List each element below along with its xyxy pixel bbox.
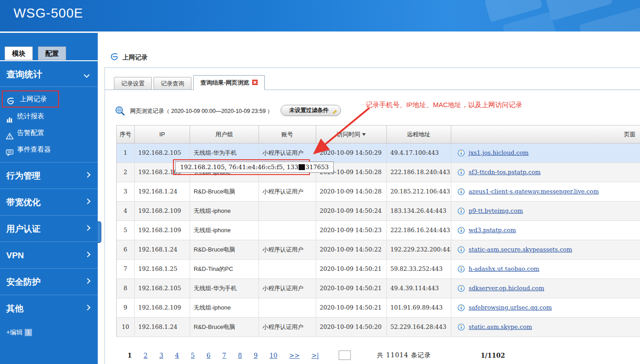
table-row[interactable]: 5192.168.2.109无线组-iphone2020-10-09 14:50… bbox=[117, 221, 640, 240]
page-link[interactable]: static-asm.secure.skypeassets.com bbox=[469, 240, 572, 259]
cell-ip: 192.168.2.109 bbox=[135, 202, 190, 221]
pagination-link-4[interactable]: 4 bbox=[175, 352, 179, 359]
sidebar-item-internet-records[interactable]: 上网记录 bbox=[2, 90, 59, 108]
cell-group: 无线组-华为手机 bbox=[190, 279, 259, 298]
pagination-link-5[interactable]: 5 bbox=[191, 352, 195, 359]
cell-time: 2020-10-09 14:50:23 bbox=[316, 221, 387, 240]
main-content: 上网记录 记录设置 记录查询 查询结果-网页浏览 网页浏览记录（ 2020-10… bbox=[98, 31, 640, 364]
page-link[interactable]: jxs1.jos.hicloud.com bbox=[469, 144, 529, 162]
pagination: 1 2345678910>>>| 共 11014 条记录 1/1102 bbox=[127, 351, 505, 360]
cell-page: azeus1-client-s.gateway.messenger.live.c… bbox=[451, 182, 640, 202]
info-icon[interactable] bbox=[458, 169, 465, 176]
table-row[interactable]: 4192.168.2.109无线组-iphone2020-10-09 14:50… bbox=[117, 202, 640, 221]
cell-no: 3 bbox=[117, 182, 135, 202]
tab-record-settings[interactable]: 记录设置 bbox=[114, 77, 152, 90]
pagination-link-10[interactable]: 10 bbox=[269, 352, 277, 359]
cell-remote: 183.134.26.44:443 bbox=[387, 202, 451, 221]
table-row[interactable]: 3192.168.1.24R&D-Bruce电脑小程序认证用户2020-10-0… bbox=[117, 182, 640, 202]
cell-time: 2020-10-09 14:50:20 bbox=[316, 318, 387, 337]
column-header-account[interactable]: 账号 bbox=[259, 126, 316, 144]
column-header-remote[interactable]: 远程地址 bbox=[387, 126, 451, 144]
sidebar-group-label: 安全防护 bbox=[6, 277, 41, 287]
cell-account: 小程序认证用户 bbox=[259, 144, 316, 163]
cell-ip: 192.168.1.24 bbox=[135, 182, 190, 202]
sidebar-group-security[interactable]: 安全防护 bbox=[0, 268, 98, 295]
cell-time: 2020-10-09 14:50:29 bbox=[316, 144, 387, 163]
pagination-link-7[interactable]: 7 bbox=[222, 352, 226, 359]
sidebar-group-user-auth[interactable]: 用户认证 bbox=[0, 215, 98, 242]
page-link[interactable]: wd3.pstatp.com bbox=[469, 221, 516, 240]
table-row[interactable]: 8192.168.2.105无线组-华为手机小程序认证用户2020-10-09 … bbox=[117, 279, 640, 298]
column-header-ip[interactable]: IP bbox=[135, 126, 190, 144]
tab-query-results[interactable]: 查询结果-网页浏览 bbox=[193, 75, 265, 90]
sidebar-item-event-viewer[interactable]: 事件查看器 bbox=[0, 141, 98, 157]
cell-page: p9-tt.byteimg.com bbox=[451, 202, 640, 221]
cell-no: 8 bbox=[117, 279, 135, 298]
sidebar-edit[interactable]: +编辑1 bbox=[6, 328, 98, 337]
pagination-link-3[interactable]: 3 bbox=[159, 352, 163, 359]
page-link[interactable]: azeus1-client-s.gateway.messenger.live.c… bbox=[469, 182, 599, 201]
pagination-link->>[interactable]: >> bbox=[289, 352, 300, 359]
page-jump-input[interactable] bbox=[339, 351, 351, 360]
page-link[interactable]: sdkserver.op.hicloud.com bbox=[469, 279, 545, 298]
cell-account bbox=[259, 221, 316, 240]
close-icon[interactable] bbox=[252, 80, 258, 85]
cell-group: R&D-Bruce电脑 bbox=[190, 182, 259, 202]
table-row[interactable]: 6192.168.1.24R&D-Bruce电脑小程序认证用户2020-10-0… bbox=[117, 240, 640, 260]
cell-remote: 52.229.164.28:443 bbox=[387, 318, 451, 337]
info-icon[interactable] bbox=[458, 207, 465, 215]
info-icon[interactable] bbox=[458, 265, 465, 273]
page-link[interactable]: safebrowsing.urlsec.qq.com bbox=[469, 298, 552, 317]
tab-record-query[interactable]: 记录查询 bbox=[154, 77, 191, 90]
sidebar-item-statistics-report[interactable]: 统计报表 bbox=[0, 108, 98, 124]
column-header-time[interactable]: 访问时间 bbox=[316, 126, 387, 144]
column-header-group[interactable]: 用户组 bbox=[190, 126, 259, 144]
pagination-link->|[interactable]: >| bbox=[311, 352, 318, 359]
info-icon[interactable] bbox=[458, 188, 465, 195]
info-icon[interactable] bbox=[458, 246, 465, 253]
pagination-link-8[interactable]: 8 bbox=[238, 352, 242, 359]
sidebar-group-label: 用户认证 bbox=[6, 224, 41, 234]
alarm-warning-icon bbox=[6, 129, 14, 136]
column-header-page[interactable]: 页面 bbox=[451, 126, 640, 144]
ie-icon bbox=[7, 95, 14, 103]
tab-label: 查询结果-网页浏览 bbox=[200, 79, 249, 86]
cell-account bbox=[259, 202, 316, 221]
page-link[interactable]: h-adashx.ut.taobao.com bbox=[469, 260, 540, 279]
pagination-link-6[interactable]: 6 bbox=[206, 352, 210, 359]
info-icon[interactable] bbox=[458, 304, 465, 311]
sidebar-tab-config[interactable]: 配置 bbox=[38, 46, 66, 60]
cell-account: 小程序认证用户 bbox=[259, 279, 316, 298]
info-icon[interactable] bbox=[458, 324, 465, 331]
sidebar-tab-modules[interactable]: 模块 bbox=[5, 46, 33, 60]
sidebar-group-query-stats[interactable]: 查询统计 bbox=[0, 61, 98, 87]
page-link[interactable]: static.asm.skype.com bbox=[469, 318, 532, 337]
info-icon[interactable] bbox=[458, 227, 465, 234]
tooltip-text-suffix: 317653 bbox=[305, 163, 329, 171]
table-row[interactable]: 10192.168.1.24R&D-Bruce电脑小程序认证用户2020-10-… bbox=[117, 318, 640, 337]
sidebar-item-alarm-config[interactable]: 告警配置 bbox=[0, 124, 98, 141]
sidebar-collapse-handle[interactable] bbox=[98, 221, 101, 243]
cell-ip: 192.168.1.24 bbox=[135, 240, 190, 260]
table-header-row: 序号IP用户组账号访问时间远程地址页面 bbox=[117, 126, 640, 144]
sidebar-group-behavior-mgmt[interactable]: 行为管理 bbox=[0, 162, 98, 189]
filter-condition-button[interactable]: 未设置过滤条件 bbox=[281, 105, 341, 116]
sidebar-group-bandwidth-opt[interactable]: 带宽优化 bbox=[0, 189, 98, 215]
column-header-no[interactable]: 序号 bbox=[117, 126, 135, 144]
table-row[interactable]: 9192.168.2.109无线组-iphone2020-10-09 14:50… bbox=[117, 298, 640, 318]
pencil-icon bbox=[332, 108, 338, 118]
cell-group: R&D-Bruce电脑 bbox=[190, 318, 259, 337]
info-icon[interactable] bbox=[458, 149, 465, 157]
info-icon[interactable] bbox=[458, 285, 465, 292]
table-row[interactable]: 1192.168.2.105无线组-华为手机小程序认证用户2020-10-09 … bbox=[117, 144, 640, 163]
sidebar-group-other[interactable]: 其他 bbox=[0, 295, 98, 321]
page-link[interactable]: sf3-ttcdn-tos.pstatp.com bbox=[469, 163, 541, 182]
page-link[interactable]: p9-tt.byteimg.com bbox=[469, 202, 523, 220]
sidebar-group-vpn[interactable]: VPN bbox=[0, 242, 98, 268]
pagination-link-2[interactable]: 2 bbox=[144, 352, 148, 359]
event-viewer-icon bbox=[6, 145, 14, 153]
sidebar-item-label: 统计报表 bbox=[17, 112, 44, 120]
table-row[interactable]: 7192.168.1.25R&D-Tina的PC2020-10-09 14:50… bbox=[117, 260, 640, 279]
pagination-link-9[interactable]: 9 bbox=[254, 352, 258, 359]
mac-tooltip: 192.168.2.105, 76:41:e4:46:c5:f5, 133317… bbox=[175, 162, 334, 173]
